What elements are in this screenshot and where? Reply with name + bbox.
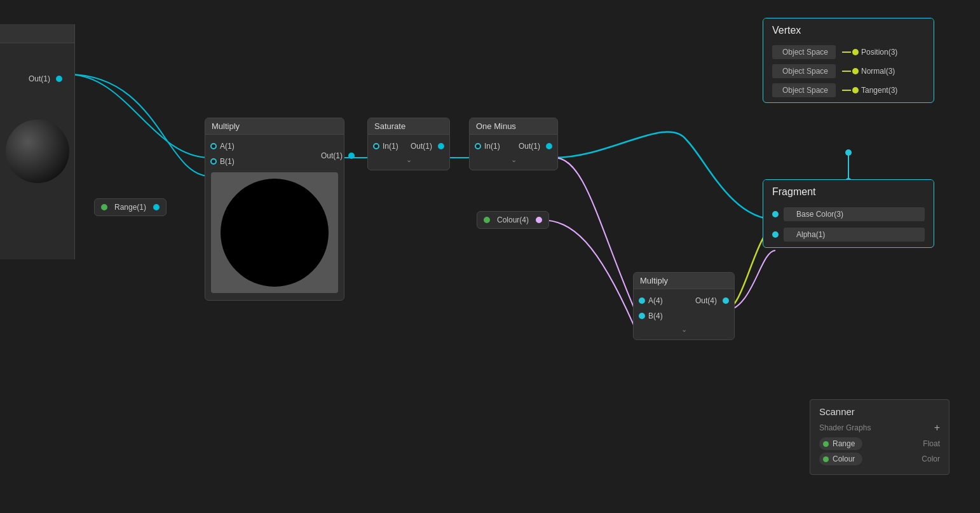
vertex-label-tangent: Object Space (772, 83, 836, 97)
scanner-colour-dot (823, 456, 829, 462)
fragment-label-basecolor: Base Color(3) (784, 207, 925, 221)
multiply-a-label: A(1) (220, 142, 235, 151)
scanner-range-label: Range (833, 439, 855, 448)
multiply-b-label: B(1) (220, 157, 235, 166)
vertex-label-position: Object Space (772, 45, 836, 59)
scanner-title: Scanner (819, 406, 940, 417)
colour-label: Colour(4) (497, 215, 529, 224)
colour-input-dot[interactable] (484, 217, 490, 223)
multiply-preview-circle (221, 179, 329, 287)
multiply2-port-a: A(4) Out(4) (634, 293, 734, 308)
vertex-title: Vertex (763, 18, 934, 40)
one-minus-out-label: Out(1) (519, 142, 540, 151)
saturate-title: Saturate (368, 118, 449, 135)
saturate-in-dot[interactable] (373, 143, 379, 149)
saturate-node: Saturate In(1) Out(1) ⌄ (367, 118, 450, 170)
multiply-b-dot[interactable] (210, 158, 217, 165)
saturate-body: In(1) Out(1) ⌄ (368, 135, 449, 170)
vertex-dot-tangent[interactable] (852, 87, 859, 93)
multiply2-b-dot[interactable] (639, 313, 645, 319)
multiply2-port-b: B(4) (634, 308, 734, 324)
multiply-node-1: Multiply A(1) B(1) (205, 118, 344, 301)
multiply-body-2: A(4) Out(4) B(4) ⌄ (634, 289, 734, 339)
one-minus-title: One Minus (470, 118, 557, 135)
scanner-range-type: Float (923, 439, 940, 448)
out1-dot[interactable] (56, 76, 62, 82)
scanner-item-range-left[interactable]: Range (819, 437, 862, 450)
multiply2-chevron[interactable]: ⌄ (634, 324, 734, 336)
one-minus-body: In(1) Out(1) ⌄ (470, 135, 557, 170)
scanner-subrow: Shader Graphs + (819, 422, 940, 434)
vertex-node: Vertex Object Space Position(3) Object S… (763, 18, 934, 103)
fragment-body: Base Color(3) Alpha(1) (763, 202, 934, 247)
svg-point-1 (845, 149, 852, 156)
multiply2-b-label: B(4) (648, 311, 663, 320)
scanner-colour-label: Colour (833, 455, 855, 463)
saturate-ports: In(1) Out(1) (368, 139, 449, 154)
fragment-port-basecolor: Base Color(3) (763, 204, 934, 224)
range-node: Range(1) (94, 198, 167, 216)
vertex-dot-position[interactable] (852, 49, 859, 55)
multiply-out-port: Out(1) (318, 151, 355, 160)
fragment-port-alpha: Alpha(1) (763, 224, 934, 245)
vertex-body: Object Space Position(3) Object Space No… (763, 40, 934, 102)
scanner-subtitle: Shader Graphs (819, 423, 871, 432)
one-minus-node: One Minus In(1) Out(1) ⌄ (469, 118, 558, 170)
multiply-preview-area (211, 172, 338, 293)
vertex-port-tangent: Object Space Tangent(3) (763, 81, 934, 100)
multiply-node-2: Multiply A(4) Out(4) B(4) ⌄ (633, 272, 735, 340)
scanner-colour-type: Color (922, 455, 940, 463)
out1-label: Out(1) (29, 74, 50, 83)
vertex-line-normal (842, 71, 851, 72)
vertex-dot-normal[interactable] (852, 68, 859, 74)
one-minus-out-dot[interactable] (546, 143, 552, 149)
out1-port: Out(1) (25, 74, 62, 83)
vertex-port-normal-label: Normal(3) (861, 67, 895, 76)
colour-output-dot[interactable] (536, 217, 542, 223)
scanner-item-range: Range Float (819, 437, 940, 450)
scanner-item-colour: Colour Color (819, 453, 940, 465)
range-output-dot[interactable] (153, 204, 160, 210)
scanner-range-dot (823, 441, 829, 447)
scanner-item-colour-left[interactable]: Colour (819, 453, 862, 465)
multiply-a-dot[interactable] (210, 143, 217, 149)
range-input-dot[interactable] (101, 204, 107, 210)
multiply2-a-label: A(4) (648, 296, 663, 305)
multiply-out-dot[interactable] (348, 153, 355, 159)
fragment-dot-basecolor[interactable] (772, 211, 779, 217)
one-minus-chevron[interactable]: ⌄ (470, 154, 557, 166)
vertex-port-position: Object Space Position(3) (763, 43, 934, 62)
vertex-port-position-label: Position(3) (861, 48, 897, 57)
preview-node (0, 24, 75, 259)
saturate-out-dot[interactable] (438, 143, 444, 149)
saturate-chevron[interactable]: ⌄ (368, 154, 449, 166)
scanner-panel: Scanner Shader Graphs + Range Float Colo… (810, 399, 949, 475)
multiply2-out-dot[interactable] (723, 298, 729, 304)
fragment-dot-alpha[interactable] (772, 231, 779, 238)
preview-header (0, 24, 74, 43)
fragment-node: Fragment Base Color(3) Alpha(1) (763, 179, 934, 248)
one-minus-in-dot[interactable] (475, 143, 481, 149)
multiply-title-1: Multiply (205, 118, 344, 135)
vertex-label-normal: Object Space (772, 64, 836, 78)
colour-node: Colour(4) (477, 211, 549, 229)
multiply-title-2: Multiply (634, 273, 734, 289)
vertex-line-tangent (842, 90, 851, 91)
one-minus-ports: In(1) Out(1) (470, 139, 557, 154)
multiply2-out-label: Out(4) (695, 296, 717, 305)
multiply2-a-dot[interactable] (639, 298, 645, 304)
scanner-add-button[interactable]: + (934, 422, 940, 434)
fragment-title: Fragment (763, 180, 934, 202)
saturate-in-label: In(1) (383, 142, 398, 151)
multiply-out-label: Out(1) (321, 151, 343, 160)
one-minus-in-label: In(1) (484, 142, 500, 151)
vertex-port-normal: Object Space Normal(3) (763, 62, 934, 81)
vertex-port-tangent-label: Tangent(3) (861, 86, 897, 95)
vertex-line-position (842, 51, 851, 53)
saturate-out-label: Out(1) (411, 142, 432, 151)
range-label: Range(1) (114, 203, 146, 212)
preview-circle (6, 120, 69, 183)
fragment-label-alpha: Alpha(1) (784, 228, 925, 242)
